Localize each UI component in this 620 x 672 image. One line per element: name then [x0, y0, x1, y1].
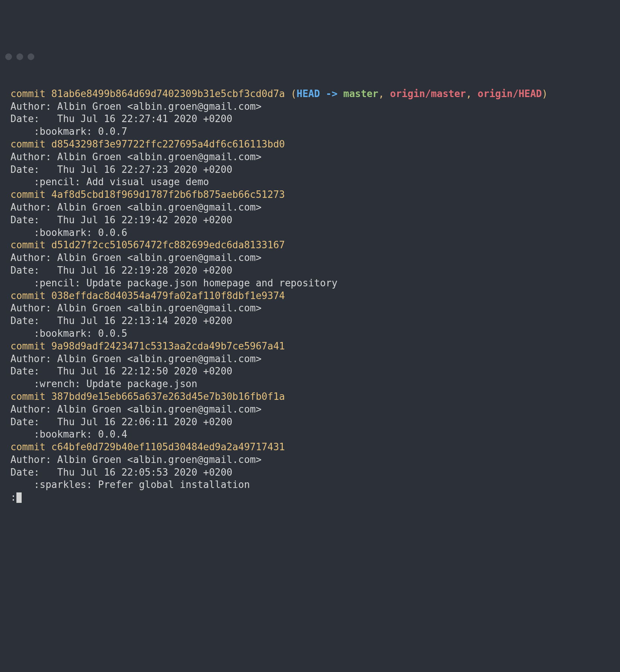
commit-hash: d51d27f2cc510567472fc882699edc6da8133167 — [51, 239, 285, 251]
commit-keyword: commit — [10, 239, 46, 251]
commit-hash-line: commit 038effdac8d40354a479fa02af110f8db… — [10, 290, 610, 302]
date-line: Date: Thu Jul 16 22:19:28 2020 +0200 — [10, 264, 610, 277]
commit-hash: 4af8d5cbd18f969d1787f2b6fb875aeb66c51273 — [51, 189, 285, 200]
date-line: Date: Thu Jul 16 22:06:11 2020 +0200 — [10, 416, 610, 429]
refs-close-paren: ) — [542, 88, 548, 99]
ref-branch: master — [343, 88, 378, 99]
author-line: Author: Albin Groen <albin.groen@gmail.c… — [10, 201, 610, 214]
date-line: Date: Thu Jul 16 22:19:42 2020 +0200 — [10, 214, 610, 227]
ref-remote: origin/HEAD — [477, 88, 542, 99]
author-line: Author: Albin Groen <albin.groen@gmail.c… — [10, 353, 610, 365]
date-line: Date: Thu Jul 16 22:27:23 2020 +0200 — [10, 164, 610, 176]
author-line: Author: Albin Groen <albin.groen@gmail.c… — [10, 252, 610, 264]
commit-keyword: commit — [10, 139, 46, 150]
date-line: Date: Thu Jul 16 22:27:41 2020 +0200 — [10, 113, 610, 125]
prompt-colon: : — [10, 492, 16, 503]
commit-keyword: commit — [10, 189, 46, 200]
commit-hash: 387bdd9e15eb665a637e263d45e7b30b16fb0f1a — [51, 391, 285, 402]
commit-message: :bookmark: 0.0.7 — [10, 125, 610, 138]
commit-message: :pencil: Update package.json homepage an… — [10, 277, 610, 290]
commit-hash-line: commit 4af8d5cbd18f969d1787f2b6fb875aeb6… — [10, 189, 610, 201]
commit-hash: 9a98d9adf2423471c5313aa2cda49b7ce5967a41 — [51, 340, 285, 352]
commit-hash: 81ab6e8499b864d69d7402309b31e5cbf3cd0d7a — [51, 88, 285, 99]
close-dot-icon[interactable] — [5, 53, 12, 60]
commit-hash-line: commit d8543298f3e97722ffc227695a4df6c61… — [10, 138, 610, 151]
ref-arrow-icon: -> — [320, 88, 344, 99]
commit-hash-line: commit d51d27f2cc510567472fc882699edc6da… — [10, 239, 610, 252]
commit-keyword: commit — [10, 340, 46, 352]
refs-open-paren: ( — [285, 88, 297, 99]
pager-prompt[interactable]: : — [10, 491, 610, 504]
author-line: Author: Albin Groen <albin.groen@gmail.c… — [10, 302, 610, 315]
cursor-icon — [16, 492, 22, 503]
commit-keyword: commit — [10, 290, 46, 301]
commit-message: :bookmark: 0.0.5 — [10, 327, 610, 340]
commit-hash-line: commit 9a98d9adf2423471c5313aa2cda49b7ce… — [10, 340, 610, 353]
commit-hash-line: commit 81ab6e8499b864d69d7402309b31e5cbf… — [10, 88, 610, 100]
author-line: Author: Albin Groen <albin.groen@gmail.c… — [10, 454, 610, 466]
commit-hash-line: commit 387bdd9e15eb665a637e263d45e7b30b1… — [10, 391, 610, 403]
commit-message: :bookmark: 0.0.6 — [10, 227, 610, 239]
commit-keyword: commit — [10, 88, 46, 99]
commit-message: :bookmark: 0.0.4 — [10, 428, 610, 441]
ref-head: HEAD — [297, 88, 320, 99]
date-line: Date: Thu Jul 16 22:13:14 2020 +0200 — [10, 315, 610, 327]
commit-hash-line: commit c64bfe0d729b40ef1105d30484ed9a2a4… — [10, 441, 610, 454]
commit-message: :sparkles: Prefer global installation — [10, 479, 610, 491]
author-line: Author: Albin Groen <albin.groen@gmail.c… — [10, 403, 610, 416]
commit-hash: 038effdac8d40354a479fa02af110f8dbf1e9374 — [51, 290, 285, 301]
commit-message: :wrench: Update package.json — [10, 378, 610, 391]
commit-hash: d8543298f3e97722ffc227695a4df6c616113bd0 — [51, 139, 285, 150]
commit-keyword: commit — [10, 441, 46, 452]
window-controls — [0, 50, 620, 61]
date-line: Date: Thu Jul 16 22:05:53 2020 +0200 — [10, 466, 610, 479]
commit-keyword: commit — [10, 391, 46, 402]
minimize-dot-icon[interactable] — [16, 53, 23, 60]
author-line: Author: Albin Groen <albin.groen@gmail.c… — [10, 100, 610, 113]
date-line: Date: Thu Jul 16 22:12:50 2020 +0200 — [10, 365, 610, 378]
commit-message: :pencil: Add visual usage demo — [10, 176, 610, 189]
ref-remote: origin/master — [390, 88, 466, 99]
author-line: Author: Albin Groen <albin.groen@gmail.c… — [10, 151, 610, 164]
maximize-dot-icon[interactable] — [28, 53, 34, 60]
git-log-output: commit 81ab6e8499b864d69d7402309b31e5cbf… — [0, 86, 620, 508]
commit-hash: c64bfe0d729b40ef1105d30484ed9a2a49717431 — [51, 441, 285, 452]
